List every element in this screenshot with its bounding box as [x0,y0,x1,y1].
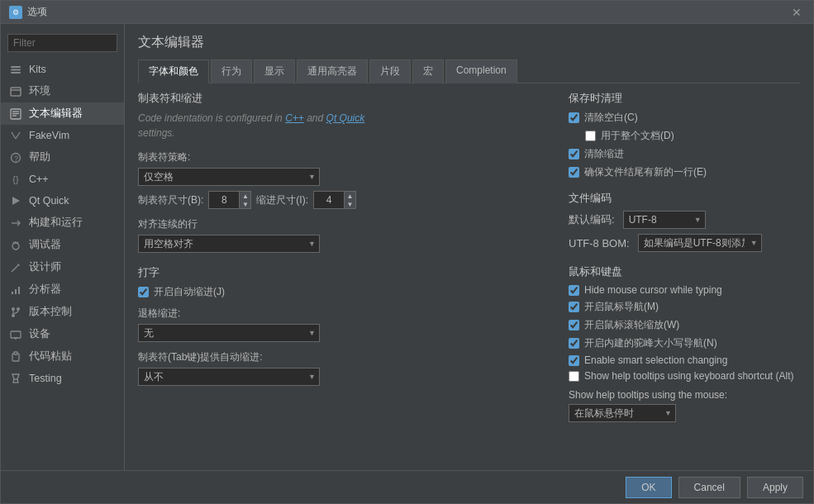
tab-policy-row: 仅空格 [138,168,555,186]
align-continuation-select-wrapper: 用空格对齐 [138,235,320,253]
ensure-newline-check[interactable] [569,167,579,178]
col-right: 保存时清理 清除空白(C) 用于整个文档(D) 清除缩进 [569,92,800,470]
entire-document-check[interactable] [585,131,596,141]
sidebar-item-code-paste[interactable]: 代码粘贴 [1,345,124,368]
save-clean-section-title: 保存时清理 [569,92,800,106]
auto-indent-check[interactable] [138,287,149,297]
sidebar-item-kits[interactable]: Kits [1,59,124,80]
tab-size-increment[interactable]: ▲ [239,192,250,200]
cancel-button[interactable]: Cancel [678,477,740,498]
cpp-icon: {} [9,173,22,186]
indent-size-decrement[interactable]: ▼ [344,200,355,208]
sidebar-item-label: 版本控制 [29,305,72,319]
mouse-tooltip-select[interactable]: 在鼠标悬停时 [569,404,676,422]
indent-size-increment[interactable]: ▲ [344,192,355,200]
svg-rect-0 [11,66,21,68]
close-button[interactable]: ✕ [788,4,805,21]
keyboard-tooltip-row: Show help tooltips using keyboard shortc… [569,370,800,382]
sidebar-item-label: 构建和运行 [29,216,83,230]
indent-note: Code indentation is configured in C++ an… [138,111,555,140]
main-content: 文本编辑器 字体和颜色 行为 显示 通用高亮器 片段 宏 Completion … [125,24,813,470]
svg-marker-32 [12,374,19,379]
svg-rect-27 [11,331,21,338]
sidebar-item-help[interactable]: ? 帮助 [1,146,124,169]
encoding-section-title: 文件编码 [569,192,800,206]
sidebar-item-version-control[interactable]: 版本控制 [1,301,124,323]
scroll-zoom-check[interactable] [569,320,579,330]
ok-button[interactable]: OK [626,477,671,498]
kits-icon [9,63,22,76]
smart-selection-check[interactable] [569,355,579,366]
svg-rect-1 [11,69,21,71]
sidebar-item-devices[interactable]: 设备 [1,323,124,345]
tab-macros[interactable]: 宏 [412,59,444,83]
note-link-cpp[interactable]: C++ [285,112,304,124]
sidebar-item-cpp[interactable]: {} C++ [1,169,124,190]
sidebar-item-designer[interactable]: 设计师 [1,256,124,278]
tab-generic-highlighter[interactable]: 通用高亮器 [297,59,368,83]
tab-completion[interactable]: Completion [445,59,517,83]
tab-display[interactable]: 显示 [254,59,295,83]
smart-selection-label: Enable smart selection changing [584,354,727,366]
backspace-indent-select[interactable]: 无 [138,324,320,342]
title-bar-left: ⚙ 选项 [9,5,47,19]
sidebar-item-analyzer[interactable]: 分析器 [1,278,124,301]
tab-behavior[interactable]: 行为 [211,59,252,83]
utf-bom-select[interactable]: 如果编码是UTF-8则添加 [638,234,762,252]
note-text2: and [307,112,323,124]
testing-icon [9,372,22,385]
tab-size-decrement[interactable]: ▼ [239,200,250,208]
indent-size-label: 缩进尺寸(I): [256,193,308,207]
build-run-icon [9,216,22,230]
dialog-body: Kits 环境 [1,24,813,470]
tab-policy-select[interactable]: 仅空格 [138,168,320,186]
clean-whitespace-label: 清除空白(C) [584,111,638,125]
hide-cursor-row: Hide mouse cursor while typing [569,284,800,296]
note-link-qt-quick[interactable]: Qt Quick [326,112,365,124]
camel-case-check[interactable] [569,338,579,349]
tabs: 字体和颜色 行为 显示 通用高亮器 片段 宏 Completion [138,59,800,83]
sidebar-item-build-run[interactable]: 构建和运行 [1,212,124,234]
tab-auto-indent-select[interactable]: 从不 [138,368,320,386]
apply-button[interactable]: Apply [747,477,803,498]
tab-policy-label: 制表符策略: [138,150,555,164]
svg-rect-23 [18,287,20,294]
sidebar-item-environment[interactable]: 环境 [1,80,124,102]
sidebar-item-qt-quick[interactable]: Qt Quick [1,190,124,212]
clean-whitespace-check[interactable] [569,112,579,123]
sidebar-item-testing[interactable]: Testing [1,368,124,389]
sidebar: Kits 环境 [1,24,125,470]
svg-rect-3 [11,88,21,96]
help-icon: ? [9,151,22,164]
svg-point-25 [12,314,15,317]
qt-quick-icon [9,194,22,207]
tab-size-row: 制表符尺寸(B): ▲ ▼ 缩进尺寸(I): ▲ [138,191,555,209]
sidebar-item-fakevim[interactable]: FakeVim [1,125,124,146]
hide-cursor-check[interactable] [569,285,579,296]
sidebar-item-label: 文本编辑器 [29,107,83,121]
align-continuation-row: 用空格对齐 [138,235,555,253]
sidebar-item-text-editor[interactable]: 文本编辑器 [1,102,124,125]
footer: OK Cancel Apply [1,470,813,503]
note-text1: Code indentation is configured in [138,112,283,124]
tab-size-input[interactable] [209,193,239,207]
sidebar-item-label: Testing [29,373,62,384]
tab-size-label: 制表符尺寸(B): [138,193,203,207]
environment-icon [9,85,22,98]
navigation-check[interactable] [569,302,579,312]
sidebar-item-label: 设备 [29,327,50,341]
devices-icon [9,328,22,341]
tab-font-color[interactable]: 字体和颜色 [138,59,209,83]
keyboard-tooltip-check[interactable] [569,371,579,382]
clean-indent-check[interactable] [569,149,579,159]
indent-size-input[interactable] [314,193,344,207]
align-continuation-label: 对齐连续的行 [138,217,555,231]
tab-auto-indent-row: 从不 [138,368,555,386]
filter-input[interactable] [7,34,117,52]
svg-line-19 [12,265,18,272]
navigation-row: 开启鼠标导航(M) [569,300,800,314]
sidebar-item-debugger[interactable]: 调试器 [1,234,124,256]
align-continuation-select[interactable]: 用空格对齐 [138,235,320,253]
tab-snippets[interactable]: 片段 [369,59,411,83]
default-encoding-select[interactable]: UTF-8 [623,211,706,229]
